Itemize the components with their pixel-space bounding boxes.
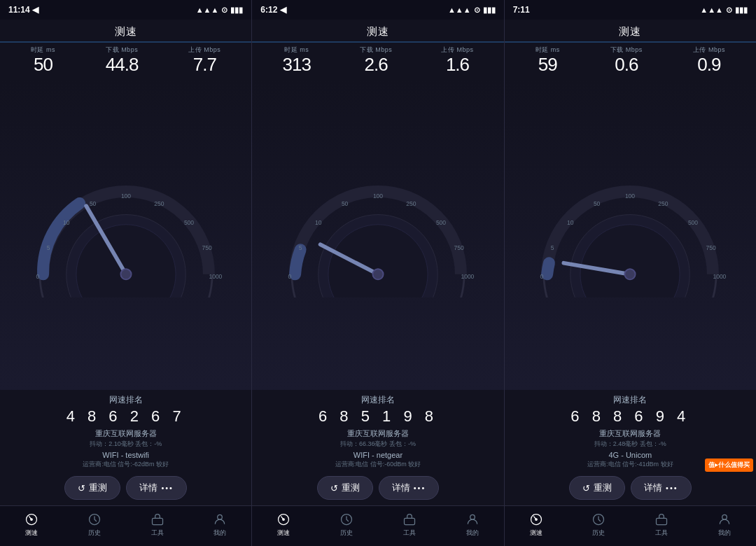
nav-label-profile-2: 我的	[466, 528, 479, 538]
nav-label-history-2: 历史	[340, 528, 353, 538]
svg-point-41	[625, 269, 636, 279]
upload-value-2: 1.6	[446, 55, 469, 75]
nav-label-speedtest-1: 测速	[25, 528, 38, 538]
toolbox-icon-3	[654, 512, 669, 527]
server-detail-2: 抖动：66.36毫秒 丢包：-%	[259, 440, 496, 449]
nav-label-tools-2: 工具	[403, 528, 416, 538]
person-icon-2	[465, 512, 480, 527]
detail-label-1: 详情	[139, 482, 158, 494]
download-value-3: 0.6	[615, 55, 638, 75]
nav-speedtest-1[interactable]: 测速	[0, 512, 63, 538]
panel-3: 测速 时延 ms 59 下载 Mbps 0.6 上传 Mbps 0.9 0	[505, 20, 756, 505]
detail-label-2: 详情	[392, 482, 410, 494]
latency-value-1: 50	[34, 55, 52, 75]
battery-icon-2: ▮▮▮	[483, 6, 496, 15]
info-area-1: 网速排名 4 8 6 2 6 7 重庆互联网服务器 抖动：2.10毫秒 丢包：-…	[0, 390, 251, 476]
status-bar-3: 7:11 ▲▲▲ ⊙ ▮▮▮	[504, 0, 756, 20]
svg-text:5: 5	[551, 244, 554, 251]
nav-label-history-1: 历史	[88, 528, 101, 538]
gauge-svg-3: 0 5 10 50 100 250 500 750 1000	[522, 172, 738, 298]
svg-text:500: 500	[688, 219, 698, 226]
stat-upload-3: 上传 Mbps 0.9	[693, 46, 725, 75]
battery-icon-1: ▮▮▮	[230, 6, 243, 15]
svg-text:250: 250	[406, 200, 416, 207]
download-value-1: 44.8	[106, 55, 139, 75]
retest-button-2[interactable]: ↺ 重测	[317, 476, 373, 500]
wifi-icon-1: ⊙	[221, 6, 227, 15]
detail-dots-1: •••	[161, 484, 174, 492]
server-name-3: 重庆互联网服务器	[512, 428, 749, 439]
person-icon-3	[717, 512, 732, 527]
nav-tools-3[interactable]: 工具	[630, 512, 693, 538]
stat-download-1: 下载 Mbps 44.8	[106, 46, 139, 75]
svg-rect-55	[657, 518, 667, 524]
nav-tools-1[interactable]: 工具	[126, 512, 189, 538]
nav-label-profile-1: 我的	[214, 528, 226, 538]
nav-history-3[interactable]: 历史	[567, 512, 630, 538]
nav-history-1[interactable]: 历史	[63, 512, 126, 538]
panel-1-header: 测速	[0, 20, 251, 43]
svg-point-51	[470, 514, 475, 519]
svg-point-43	[31, 519, 33, 521]
nav-label-tools-1: 工具	[151, 528, 164, 538]
svg-point-48	[283, 519, 285, 521]
info-area-2: 网速排名 6 8 5 1 9 8 重庆互联网服务器 抖动：66.36毫秒 丢包：…	[252, 390, 503, 476]
nav-history-2[interactable]: 历史	[315, 512, 378, 538]
detail-button-3[interactable]: 详情 •••	[631, 476, 692, 500]
rank-label-1: 网速排名	[7, 394, 244, 406]
upload-value-3: 0.9	[697, 55, 720, 75]
nav-label-speedtest-3: 测速	[530, 528, 542, 538]
gauge-area-2: 0 5 10 50 100 250 500 750 1000	[252, 79, 503, 390]
nav-speedtest-3[interactable]: 测速	[505, 512, 568, 538]
upload-value-1: 7.7	[193, 55, 216, 75]
gauge-svg-1: 0 5 10 50 100 250 500 750 1000	[18, 172, 234, 298]
time-3: 7:11	[513, 5, 530, 15]
svg-text:750: 750	[202, 244, 211, 251]
network-info-2: WIFI - netgear	[259, 451, 496, 459]
stat-latency-2: 时延 ms 313	[282, 46, 310, 75]
clock-icon-2	[339, 512, 354, 527]
detail-dots-3: •••	[666, 484, 678, 492]
signal-icon-3: ▲▲▲	[700, 6, 723, 14]
svg-point-53	[535, 519, 537, 521]
svg-point-27	[372, 269, 383, 279]
nav-profile-3[interactable]: 我的	[693, 512, 756, 538]
retest-label-3: 重测	[594, 482, 612, 494]
toolbox-icon-2	[402, 512, 417, 527]
svg-point-46	[218, 514, 223, 519]
latency-value-2: 313	[282, 55, 310, 75]
wifi-icon-3: ⊙	[726, 6, 732, 15]
signal-icon-1: ▲▲▲	[196, 6, 219, 14]
panel-2-title: 测速	[367, 25, 389, 37]
bottom-nav-3: 测速 历史 工具	[505, 506, 756, 546]
nav-label-history-3: 历史	[592, 528, 605, 538]
retest-button-3[interactable]: ↺ 重测	[569, 476, 625, 500]
server-detail-1: 抖动：2.10毫秒 丢包：-%	[7, 440, 244, 449]
svg-text:750: 750	[706, 244, 716, 251]
retest-button-1[interactable]: ↺ 重测	[64, 476, 120, 500]
rank-value-1: 4 8 6 2 6 7	[7, 407, 244, 426]
svg-rect-50	[404, 518, 414, 524]
svg-text:1000: 1000	[461, 273, 474, 280]
svg-text:500: 500	[184, 219, 194, 226]
detail-label-3: 详情	[644, 482, 662, 494]
svg-text:10: 10	[315, 219, 322, 226]
svg-text:1000: 1000	[713, 273, 727, 280]
svg-text:250: 250	[659, 200, 668, 207]
nav-profile-2[interactable]: 我的	[441, 512, 504, 538]
nav-label-tools-3: 工具	[655, 528, 668, 538]
wifi-icon-2: ⊙	[474, 6, 480, 15]
nav-speedtest-2[interactable]: 测速	[252, 512, 315, 538]
nav-profile-1[interactable]: 我的	[188, 512, 251, 538]
svg-point-56	[722, 514, 727, 519]
detail-button-1[interactable]: 详情 •••	[126, 476, 187, 500]
panel-2-header: 测速	[252, 20, 503, 43]
server-name-2: 重庆互联网服务器	[259, 428, 496, 439]
nav-tools-2[interactable]: 工具	[378, 512, 441, 538]
panel-1: 测速 时延 ms 50 下载 Mbps 44.8 上传 Mbps 7.7	[0, 20, 252, 505]
gauge-area-3: 0 5 10 50 100 250 500 750 1000	[505, 79, 756, 390]
svg-text:50: 50	[90, 200, 97, 207]
speedometer-icon-2	[276, 512, 291, 527]
detail-button-2[interactable]: 详情 •••	[379, 476, 440, 500]
svg-text:5: 5	[299, 244, 302, 251]
